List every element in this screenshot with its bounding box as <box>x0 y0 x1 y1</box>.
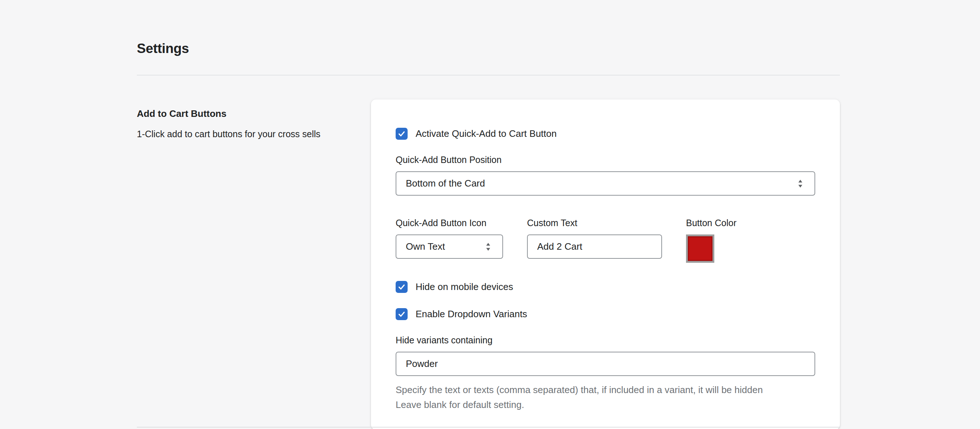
hide-mobile-label: Hide on mobile devices <box>415 281 513 293</box>
dropdown-variants-label: Enable Dropdown Variants <box>415 308 527 320</box>
button-color-label: Button Color <box>686 218 815 229</box>
activate-quick-add-row[interactable]: Activate Quick-Add to Cart Button <box>396 128 815 140</box>
section-heading: Add to Cart Buttons <box>137 107 356 120</box>
hide-mobile-checkbox[interactable] <box>396 281 407 293</box>
icon-select-value: Own Text <box>406 241 445 252</box>
custom-text-input[interactable] <box>527 234 662 259</box>
hide-variants-help: Specify the text or texts (comma separat… <box>396 383 780 412</box>
button-options-row: Quick-Add Button Icon Own Text Custom Te… <box>396 218 815 263</box>
icon-select-label: Quick-Add Button Icon <box>396 218 503 229</box>
hide-mobile-row[interactable]: Hide on mobile devices <box>396 281 815 293</box>
hide-variants-label: Hide variants containing <box>396 335 815 346</box>
select-chevrons-icon <box>484 242 492 252</box>
icon-select[interactable]: Own Text <box>396 234 503 259</box>
position-label: Quick-Add Button Position <box>396 154 815 165</box>
activate-quick-add-label: Activate Quick-Add to Cart Button <box>415 128 557 140</box>
position-select-value: Bottom of the Card <box>406 178 485 189</box>
settings-card: Activate Quick-Add to Cart Button Quick-… <box>371 99 840 429</box>
bottom-divider <box>137 427 840 427</box>
activate-quick-add-checkbox[interactable] <box>396 128 407 140</box>
position-select[interactable]: Bottom of the Card <box>396 171 815 195</box>
select-chevrons-icon <box>796 178 804 189</box>
settings-page: Settings Add to Cart Buttons 1-Click add… <box>137 0 840 429</box>
add-to-cart-section: Add to Cart Buttons 1-Click add to cart … <box>137 99 840 429</box>
button-color-swatch[interactable] <box>686 234 714 263</box>
section-description: 1-Click add to cart buttons for your cro… <box>137 128 356 140</box>
dropdown-variants-row[interactable]: Enable Dropdown Variants <box>396 308 815 320</box>
dropdown-variants-checkbox[interactable] <box>396 308 407 320</box>
check-icon <box>398 130 406 138</box>
title-divider <box>137 75 840 75</box>
check-icon <box>398 283 406 291</box>
custom-text-label: Custom Text <box>527 218 662 229</box>
hide-variants-input[interactable] <box>396 352 815 376</box>
page-title: Settings <box>137 41 840 57</box>
section-annotation: Add to Cart Buttons 1-Click add to cart … <box>137 99 371 140</box>
check-icon <box>398 310 406 318</box>
